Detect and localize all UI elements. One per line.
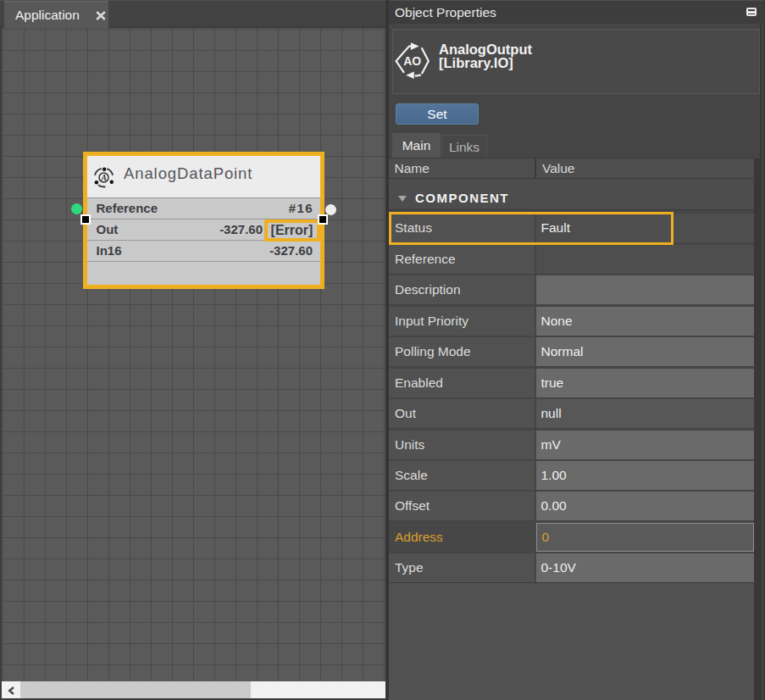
svg-text:A: A <box>101 174 107 182</box>
svg-text:AO: AO <box>403 54 421 68</box>
